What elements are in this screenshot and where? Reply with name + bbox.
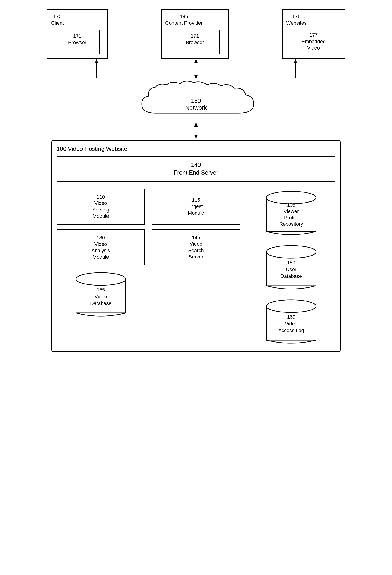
viewer-profile-container: 105 Viewer Profile Repository — [247, 189, 335, 238]
content-browser-box: 171 Browser — [170, 30, 220, 54]
arrows-top-to-network — [38, 59, 354, 79]
svg-point-13 — [76, 273, 126, 285]
svg-point-24 — [266, 245, 316, 258]
svg-text:Video: Video — [285, 321, 298, 327]
svg-text:Network: Network — [185, 104, 207, 111]
svg-text:160: 160 — [287, 314, 296, 320]
video-analysis-box: 130 Video Analysis Module — [57, 229, 145, 265]
svg-text:Viewer: Viewer — [284, 209, 299, 214]
client-node: 170 Client 171 Browser — [47, 9, 108, 59]
user-database-svg: 150 User Database — [262, 243, 321, 293]
websites-node: 175 Websites 177 Embedded Video — [282, 9, 345, 59]
svg-text:105: 105 — [287, 202, 296, 208]
video-serving-label: 110 Video Serving Module — [92, 194, 109, 219]
svg-text:Repository: Repository — [279, 221, 303, 227]
client-arrow — [47, 59, 146, 79]
content-provider-box: 185 Content Provider 171 Browser — [161, 9, 229, 59]
video-search-label: 145 Video Search Server — [188, 235, 204, 260]
video-access-log-container: 160 Video Access Log — [247, 297, 335, 347]
content-provider-node: 185 Content Provider 171 Browser — [161, 9, 229, 59]
network-to-hosting-arrow-svg — [191, 122, 201, 140]
client-browser-box: 171 Browser — [55, 30, 100, 54]
svg-text:180: 180 — [191, 97, 201, 104]
embedded-video-box: 177 Embedded Video — [291, 29, 336, 54]
ingest-label: 115 Ingest Module — [188, 197, 204, 216]
user-database-container: 150 User Database — [247, 243, 335, 293]
content-browser-label: 171 Browser — [186, 33, 204, 46]
svg-marker-1 — [95, 59, 98, 63]
svg-marker-6 — [294, 59, 297, 63]
network-cloud-svg: 180 Network — [128, 81, 264, 120]
hosting-title: 100 Video Hosting Website — [57, 145, 127, 152]
video-access-log-svg: 160 Video Access Log — [262, 297, 321, 347]
svg-text:User: User — [286, 266, 296, 272]
client-browser-label: 171 Browser — [68, 33, 87, 46]
svg-text:Database: Database — [280, 273, 302, 279]
video-serving-box: 110 Video Serving Module — [57, 189, 145, 225]
content-provider-arrow — [146, 59, 246, 79]
top-row: 170 Client 171 Browser 185 Content Provi… — [38, 9, 354, 59]
grid-col-3: 105 Viewer Profile Repository 150 User D — [247, 189, 335, 347]
websites-label: 175 Websites — [286, 13, 306, 26]
front-end-box: 140 Front End Server — [57, 156, 335, 182]
content-provider-arrow-svg — [191, 59, 201, 79]
content-provider-label: 185 Content Provider — [165, 13, 203, 26]
svg-text:Access Log: Access Log — [278, 328, 304, 333]
svg-text:Database: Database — [90, 301, 112, 306]
embedded-video-label: 177 Embedded Video — [301, 32, 325, 51]
svg-text:155: 155 — [96, 287, 105, 293]
svg-text:Video: Video — [94, 294, 107, 299]
hosting-box: 100 Video Hosting Website 140 Front End … — [51, 140, 341, 352]
bottom-grid: 110 Video Serving Module 130 Video Analy… — [57, 189, 335, 347]
svg-marker-10 — [194, 135, 198, 139]
network-cloud-container: 180 Network — [128, 81, 264, 120]
diagram: 170 Client 171 Browser 185 Content Provi… — [38, 9, 354, 352]
video-database-container: 155 Video Database — [57, 270, 145, 320]
ingest-box: 115 Ingest Module — [152, 189, 240, 225]
network-to-hosting-arrow — [191, 122, 201, 140]
grid-col-1: 110 Video Serving Module 130 Video Analy… — [57, 189, 145, 347]
video-database-svg: 155 Video Database — [71, 270, 130, 320]
svg-marker-3 — [194, 75, 198, 79]
video-search-box: 145 Video Search Server — [152, 229, 240, 265]
viewer-profile-svg: 105 Viewer Profile Repository — [262, 189, 321, 238]
front-end-label: 140 Front End Server — [62, 161, 330, 177]
svg-marker-11 — [194, 122, 198, 127]
grid-col-2: 115 Ingest Module 145 Video Search Serve… — [152, 189, 240, 347]
websites-arrow — [246, 59, 345, 79]
client-label: 170 Client — [51, 13, 64, 26]
client-arrow-svg — [92, 59, 101, 79]
svg-point-29 — [266, 300, 316, 312]
svg-text:150: 150 — [287, 260, 296, 265]
svg-marker-4 — [194, 59, 198, 63]
svg-text:Profile: Profile — [284, 215, 298, 220]
websites-box: 175 Websites 177 Embedded Video — [282, 9, 345, 59]
client-box: 170 Client 171 Browser — [47, 9, 108, 59]
websites-arrow-svg — [291, 59, 300, 79]
video-analysis-label: 130 Video Analysis Module — [92, 235, 110, 260]
